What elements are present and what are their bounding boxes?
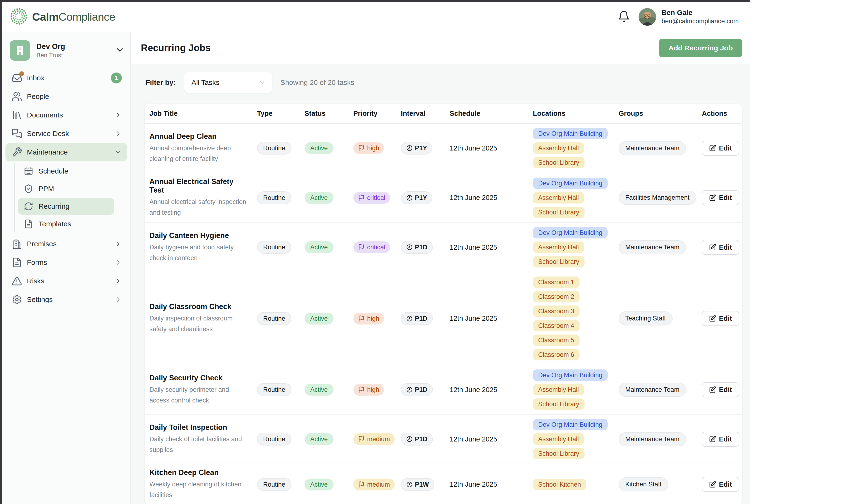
user-menu[interactable]: Ben Gale ben@calmcompliance.com (639, 8, 739, 26)
job-title: Daily Toilet Inspection (149, 423, 247, 432)
flag-icon (358, 194, 365, 201)
location-chip: Assembly Hall (533, 384, 584, 396)
sidebar-subnav: Schedule PPM Recurring Templates (14, 163, 114, 232)
table-row[interactable]: Daily Canteen Hygiene Daily hygiene and … (145, 223, 742, 272)
edit-button[interactable]: Edit (702, 382, 739, 397)
type-badge: Routine (257, 383, 291, 396)
task-filter-select[interactable]: All Tasks (185, 72, 272, 93)
group-badge: Maintenance Team (619, 240, 686, 254)
status-badge: Active (304, 479, 334, 491)
location-chip: Classroom 5 (533, 334, 579, 346)
sidebar-item-recurring[interactable]: Recurring (18, 198, 114, 215)
interval-badge: P1D (401, 383, 433, 396)
interval-badge: P1W (401, 478, 434, 491)
flag-icon (358, 145, 365, 151)
priority-badge: high (353, 142, 384, 154)
table-row[interactable]: Daily Classroom Check Daily inspection o… (145, 272, 742, 365)
clock-icon (406, 145, 413, 151)
group-badge: Maintenance Team (619, 141, 686, 155)
sidebar-item-forms[interactable]: Forms (5, 253, 127, 272)
column-header-type: Type (257, 110, 304, 117)
org-building-icon (10, 40, 30, 61)
location-chip: Dev Org Main Building (533, 128, 608, 139)
topbar-right: Ben Gale ben@calmcompliance.com (618, 8, 739, 26)
sidebar-item-risks[interactable]: Risks (5, 272, 127, 290)
column-header-status: Status (304, 110, 353, 117)
column-header-actions: Actions (702, 110, 742, 117)
schedule-date: 12th June 2025 (449, 144, 533, 152)
gear-icon (12, 294, 22, 305)
type-badge: Routine (257, 142, 291, 154)
edit-button[interactable]: Edit (702, 240, 739, 255)
job-description: Daily check of toilet facilities and sup… (149, 434, 247, 455)
column-header-job-title: Job Title (149, 110, 257, 117)
sidebar-item-documents[interactable]: Documents (5, 106, 127, 124)
column-header-locations: Locations (533, 110, 619, 117)
table-row[interactable]: Annual Deep Clean Annual comprehensive d… (145, 124, 742, 173)
sidebar-item-maintenance[interactable]: Maintenance (5, 143, 127, 161)
job-description: Annual comprehensive deep cleaning of en… (149, 143, 247, 164)
location-chip: Assembly Hall (533, 192, 584, 204)
sidebar-item-label: Premises (27, 240, 110, 248)
sidebar-item-label: Inbox (27, 74, 106, 82)
notifications-bell-icon[interactable] (618, 10, 630, 23)
sidebar-item-service-desk[interactable]: Service Desk (5, 124, 127, 143)
chevron-right-icon (115, 112, 122, 119)
interval-badge: P1Y (401, 142, 432, 154)
edit-pencil-icon (709, 244, 716, 251)
location-chip: Classroom 6 (533, 349, 579, 360)
sidebar-item-ppm[interactable]: PPM (18, 181, 114, 197)
job-description: Weekly deep cleaning of kitchen faciliti… (149, 479, 247, 501)
location-chip: Assembly Hall (533, 142, 584, 154)
task-filter-value: All Tasks (191, 79, 220, 87)
status-badge: Active (304, 142, 334, 154)
edit-button[interactable]: Edit (702, 311, 739, 326)
edit-pencil-icon (709, 315, 716, 322)
edit-button[interactable]: Edit (702, 190, 739, 205)
results-summary: Showing 20 of 20 tasks (280, 79, 354, 87)
table-header-row: Job TitleTypeStatusPriorityIntervalSched… (145, 104, 742, 124)
sidebar-item-templates[interactable]: Templates (18, 216, 114, 232)
location-chip: Classroom 4 (533, 320, 579, 331)
locations-cell: Dev Org Main BuildingAssembly HallSchool… (533, 419, 619, 459)
table-row[interactable]: Annual Electrical Safety Test Annual ele… (145, 173, 742, 223)
job-description: Daily inspection of classroom safety and… (149, 313, 247, 334)
sidebar-item-label: PPM (38, 185, 109, 193)
shield-check-icon (24, 184, 33, 194)
jobs-table: Job TitleTypeStatusPriorityIntervalSched… (145, 104, 742, 504)
edit-button[interactable]: Edit (702, 432, 739, 447)
inbox-icon (12, 73, 22, 83)
schedule-date: 12th June 2025 (449, 386, 533, 394)
group-badge: Maintenance Team (619, 432, 686, 446)
org-selector[interactable]: Dev Org Ben Trust (5, 38, 127, 69)
table-row[interactable]: Daily Security Check Daily security peri… (145, 365, 742, 415)
job-cell: Daily Toilet Inspection Daily check of t… (149, 423, 257, 455)
type-badge: Routine (257, 191, 291, 204)
group-badge: Kitchen Staff (619, 477, 668, 491)
sidebar-item-premises[interactable]: Premises (5, 234, 127, 253)
edit-button[interactable]: Edit (702, 477, 739, 492)
location-chip: Assembly Hall (533, 433, 584, 445)
location-chip: School Kitchen (533, 479, 586, 490)
table-row[interactable]: Daily Toilet Inspection Daily check of t… (145, 415, 742, 464)
filter-bar: Filter by: All Tasks Showing 20 of 20 ta… (146, 72, 742, 93)
location-chip: Dev Org Main Building (533, 369, 608, 381)
logo-mark-icon (10, 7, 28, 26)
table-row[interactable]: Kitchen Deep Clean Weekly deep cleaning … (145, 464, 742, 504)
file-lines-icon (12, 257, 22, 268)
status-badge: Active (304, 192, 334, 204)
notification-dot (19, 71, 24, 76)
location-chip: School Library (533, 157, 585, 168)
sidebar-item-label: Forms (27, 259, 110, 266)
add-recurring-job-button[interactable]: Add Recurring Job (659, 39, 742, 57)
schedule-date: 12th June 2025 (449, 480, 533, 488)
sidebar-item-schedule[interactable]: Schedule (18, 163, 114, 180)
sidebar-item-inbox[interactable]: Inbox 1 (5, 69, 127, 87)
chevron-down-icon (115, 149, 122, 156)
window-frame-left (0, 0, 2, 504)
location-chip: Dev Org Main Building (533, 227, 608, 239)
location-chip: Assembly Hall (533, 242, 584, 253)
sidebar-item-people[interactable]: People (5, 87, 127, 106)
sidebar-item-settings[interactable]: Settings (5, 290, 127, 309)
edit-button[interactable]: Edit (702, 141, 739, 156)
